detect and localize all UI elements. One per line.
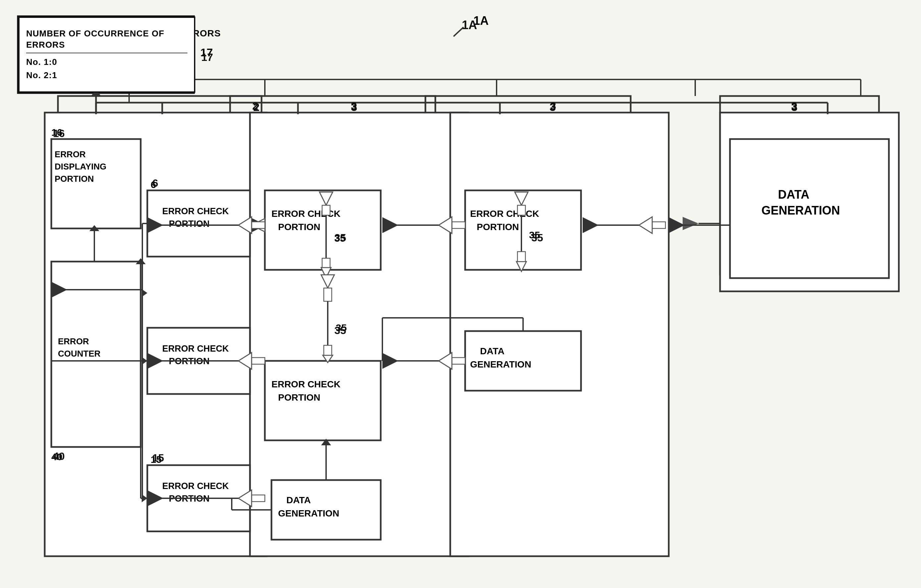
svg-rect-107	[452, 222, 465, 228]
svg-rect-126	[252, 358, 265, 364]
svg-text:ERROR CHECK: ERROR CHECK	[162, 206, 229, 216]
svg-text:COUNTER: COUNTER	[58, 349, 101, 358]
svg-text:DATA: DATA	[286, 495, 311, 505]
svg-rect-104	[252, 222, 265, 228]
svg-text:DATA: DATA	[778, 188, 809, 201]
diagram: NUMBER OF OCCURRENCE OF ERRORS No. 1:0 N…	[0, 0, 921, 588]
svg-text:ERROR CHECK: ERROR CHECK	[470, 208, 539, 219]
svg-text:PORTION: PORTION	[55, 174, 94, 184]
label-35b: 35	[334, 324, 346, 337]
svg-text:GENERATION: GENERATION	[762, 204, 840, 217]
svg-rect-115	[322, 205, 330, 215]
svg-text:GENERATION: GENERATION	[278, 508, 339, 518]
display-box-line2: No. 2:1	[26, 70, 57, 81]
svg-rect-118	[322, 258, 330, 267]
svg-text:GENERATION: GENERATION	[470, 359, 531, 370]
svg-text:ERROR: ERROR	[58, 336, 89, 346]
svg-text:PORTION: PORTION	[278, 393, 321, 402]
label-3a: 3	[351, 100, 357, 112]
svg-text:DISPLAYING: DISPLAYING	[55, 161, 107, 171]
svg-text:ERROR CHECK: ERROR CHECK	[162, 344, 229, 353]
svg-text:ERROR: ERROR	[55, 149, 86, 159]
label-3c: 3	[791, 100, 797, 112]
label-3b: 3	[550, 100, 556, 112]
svg-text:PORTION: PORTION	[169, 219, 210, 229]
svg-rect-129	[452, 358, 465, 364]
svg-rect-133	[324, 288, 332, 301]
svg-text:ERROR CHECK: ERROR CHECK	[162, 481, 229, 491]
label-40: 40	[53, 450, 65, 463]
label-1a: 1A	[462, 18, 477, 32]
svg-rect-124	[517, 252, 526, 262]
svg-text:ERROR CHECK: ERROR CHECK	[272, 379, 340, 389]
label-35a: 35	[334, 232, 346, 244]
label-6: 6	[152, 177, 158, 189]
label-16: 16	[53, 127, 65, 140]
svg-rect-136	[324, 345, 332, 355]
label-15: 15	[152, 452, 164, 464]
svg-rect-138	[252, 495, 265, 502]
label-2: 2	[252, 100, 258, 112]
display-box-17: NUMBER OF OCCURRENCE OF ERRORS No. 1:0 N…	[18, 16, 195, 93]
display-box-line1: No. 1:0	[26, 57, 57, 68]
display-box-title: NUMBER OF OCCURRENCE OF ERRORS	[26, 28, 187, 53]
svg-text:PORTION: PORTION	[278, 222, 321, 232]
svg-rect-110	[652, 222, 666, 228]
label-17: 17	[201, 51, 213, 64]
svg-text:DATA: DATA	[480, 346, 504, 356]
svg-rect-121	[517, 205, 526, 215]
svg-text:PORTION: PORTION	[477, 222, 519, 232]
label-35c: 35	[531, 232, 543, 244]
